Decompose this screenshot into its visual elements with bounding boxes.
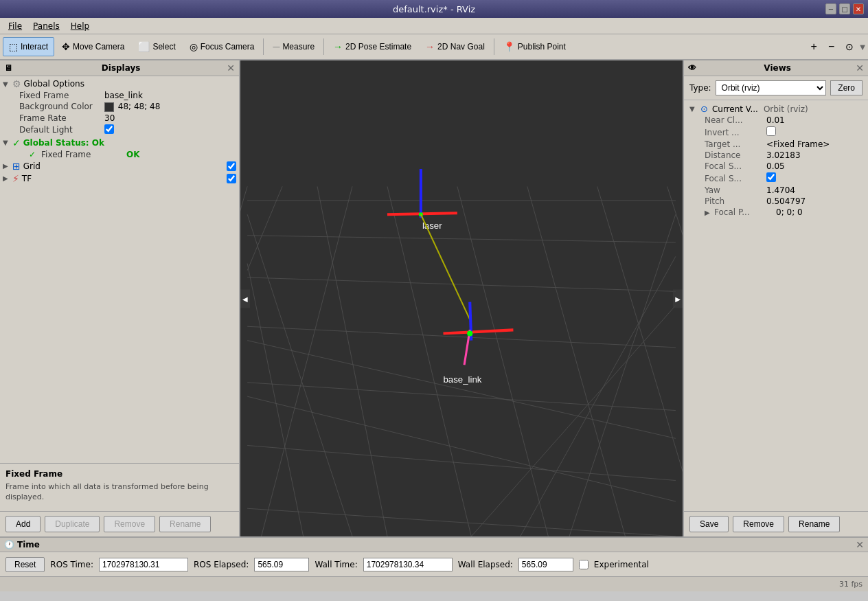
maximize-button[interactable]: □ bbox=[839, 3, 850, 14]
background-color-swatch bbox=[104, 102, 114, 112]
experimental-label: Experimental bbox=[594, 560, 649, 569]
tf-checkbox[interactable] bbox=[227, 174, 236, 183]
menu-file[interactable]: File bbox=[3, 20, 27, 32]
views-remove-button[interactable]: Remove bbox=[733, 516, 784, 532]
2d-pose-button[interactable]: → 2D Pose Estimate bbox=[327, 37, 418, 56]
base-link-label: base_link bbox=[444, 374, 482, 385]
view-icon-button[interactable]: ⊙ bbox=[841, 37, 858, 56]
displays-panel: 🖥 Displays ✕ ▼ ⚙ Global Options Fixed Fr… bbox=[0, 60, 240, 536]
global-options-arrow[interactable]: ▼ bbox=[3, 80, 11, 88]
views-type-select[interactable]: Orbit (rviz) bbox=[716, 80, 827, 95]
distance-value[interactable]: 3.02183 bbox=[766, 150, 863, 160]
current-view-arrow[interactable]: ▼ bbox=[689, 105, 698, 113]
background-color-label: Background Color bbox=[19, 102, 102, 111]
select-button[interactable]: ⬜ Select bbox=[132, 37, 181, 56]
global-status-fixed-frame-row: ✓ Fixed Frame OK bbox=[0, 149, 239, 160]
default-light-checkbox[interactable] bbox=[104, 124, 114, 134]
current-view-row[interactable]: ▼ ⊙ Current V... Orbit (rviz) bbox=[684, 103, 868, 115]
yaw-value[interactable]: 1.4704 bbox=[766, 185, 863, 195]
toolbar-separator-3 bbox=[494, 38, 494, 55]
ros-elapsed-field[interactable] bbox=[254, 558, 309, 571]
target-row: Target ... <Fixed Frame> bbox=[684, 139, 868, 150]
focal-point-arrow[interactable]: ▶ bbox=[705, 209, 713, 216]
time-panel: 🕐 Time ✕ Reset ROS Time: ROS Elapsed: Wa… bbox=[0, 536, 868, 576]
views-panel-icon: 👁 bbox=[688, 63, 696, 73]
2d-pose-label: 2D Pose Estimate bbox=[345, 42, 411, 52]
grid-row[interactable]: ▶ ⊞ Grid bbox=[0, 160, 239, 172]
fixed-frame-value[interactable]: base_link bbox=[104, 91, 235, 100]
focal-s2-checkbox[interactable] bbox=[766, 172, 776, 182]
menu-help[interactable]: Help bbox=[65, 20, 95, 32]
duplicate-button[interactable]: Duplicate bbox=[45, 516, 100, 532]
move-camera-button[interactable]: ✥ Move Camera bbox=[56, 37, 130, 56]
views-panel-close[interactable]: ✕ bbox=[856, 63, 864, 73]
focal-size-value[interactable]: 0.05 bbox=[766, 161, 863, 171]
close-button[interactable]: ✕ bbox=[853, 3, 864, 14]
global-options-row[interactable]: ▼ ⚙ Global Options bbox=[0, 78, 239, 90]
near-clip-label: Near Cl... bbox=[705, 115, 766, 125]
remove-button[interactable]: Remove bbox=[104, 516, 155, 532]
target-value[interactable]: <Fixed Frame> bbox=[766, 139, 863, 149]
window-controls: − □ ✕ bbox=[825, 3, 864, 14]
background-color-text: 48; 48; 48 bbox=[118, 102, 161, 111]
remove-icon-button[interactable]: − bbox=[823, 37, 839, 56]
experimental-checkbox[interactable] bbox=[579, 560, 589, 569]
global-options-label: Global Options bbox=[24, 79, 236, 89]
svg-line-18 bbox=[240, 186, 247, 305]
invert-checkbox[interactable] bbox=[766, 126, 776, 136]
svg-rect-0 bbox=[247, 60, 676, 536]
pitch-row: Pitch 0.504797 bbox=[684, 196, 868, 207]
wall-time-field[interactable] bbox=[363, 558, 453, 571]
main-area: 🖥 Displays ✕ ▼ ⚙ Global Options Fixed Fr… bbox=[0, 60, 868, 536]
tf-row[interactable]: ▶ ⚡ TF bbox=[0, 172, 239, 185]
time-panel-close[interactable]: ✕ bbox=[856, 539, 864, 550]
pitch-value[interactable]: 0.504797 bbox=[766, 196, 863, 206]
add-icon-button[interactable]: + bbox=[806, 37, 822, 56]
rviz-scene-svg: laser base_link bbox=[240, 60, 683, 536]
minimize-button[interactable]: − bbox=[825, 3, 836, 14]
move-camera-label: Move Camera bbox=[73, 42, 124, 52]
current-view-icon: ⊙ bbox=[700, 104, 708, 114]
ros-time-field[interactable] bbox=[99, 558, 188, 571]
global-status-row[interactable]: ▼ ✓ Global Status: Ok bbox=[0, 137, 239, 149]
default-light-row: Default Light bbox=[0, 124, 239, 137]
views-rename-button[interactable]: Rename bbox=[788, 516, 840, 532]
near-clip-row: Near Cl... 0.01 bbox=[684, 115, 868, 126]
yaw-label: Yaw bbox=[705, 185, 766, 195]
wall-elapsed-field[interactable] bbox=[518, 558, 573, 571]
global-status-arrow[interactable]: ▼ bbox=[3, 139, 11, 146]
views-save-button[interactable]: Save bbox=[689, 516, 729, 532]
displays-panel-icon: 🖥 bbox=[4, 63, 12, 73]
viewport-right-arrow[interactable]: ▶ bbox=[673, 289, 683, 308]
current-view-label: Current V... bbox=[712, 104, 758, 114]
2d-nav-button[interactable]: → 2D Nav Goal bbox=[419, 37, 491, 56]
measure-button[interactable]: ─ Measure bbox=[266, 37, 321, 56]
rename-button[interactable]: Rename bbox=[159, 516, 211, 532]
add-button[interactable]: Add bbox=[5, 516, 41, 532]
zero-button[interactable]: Zero bbox=[830, 80, 863, 95]
focus-camera-button[interactable]: ◎ Focus Camera bbox=[183, 37, 261, 56]
menubar: File Panels Help bbox=[0, 18, 868, 34]
titlebar: default.rviz* - RViz − □ ✕ bbox=[0, 0, 868, 18]
focal-point-value[interactable]: 0; 0; 0 bbox=[776, 207, 863, 217]
frame-rate-value[interactable]: 30 bbox=[104, 113, 235, 123]
grid-checkbox[interactable] bbox=[227, 161, 236, 171]
3d-viewport[interactable]: ◀ ▶ bbox=[240, 60, 683, 536]
select-label: Select bbox=[152, 42, 175, 52]
interact-button[interactable]: ⬚ Interact bbox=[3, 37, 54, 56]
toolbar-separator-2 bbox=[323, 38, 324, 55]
viewport-left-arrow[interactable]: ◀ bbox=[240, 289, 250, 308]
menu-panels[interactable]: Panels bbox=[27, 20, 65, 32]
global-status-label: Global Status: Ok bbox=[23, 138, 236, 148]
reset-button[interactable]: Reset bbox=[5, 557, 45, 572]
near-clip-value[interactable]: 0.01 bbox=[766, 115, 863, 125]
focal-size-label: Focal S... bbox=[705, 161, 766, 171]
displays-panel-close[interactable]: ✕ bbox=[227, 63, 235, 73]
grid-label: Grid bbox=[23, 161, 225, 171]
grid-expand-arrow[interactable]: ▶ bbox=[3, 162, 11, 170]
move-icon: ✥ bbox=[62, 41, 70, 52]
status-bar: 31 fps bbox=[0, 576, 868, 591]
publish-point-button[interactable]: 📍 Publish Point bbox=[497, 37, 572, 56]
tf-expand-arrow[interactable]: ▶ bbox=[3, 174, 11, 182]
background-color-value[interactable]: 48; 48; 48 bbox=[104, 102, 235, 112]
